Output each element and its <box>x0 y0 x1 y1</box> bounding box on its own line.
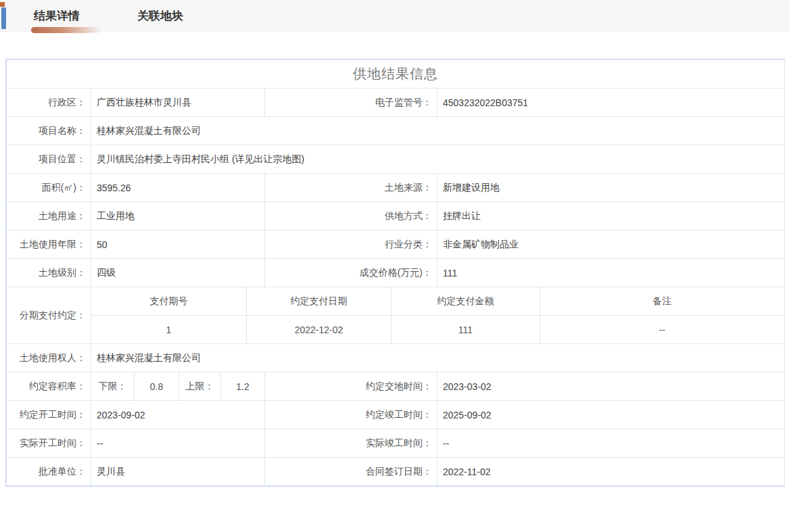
project-name-label: 项目名称： <box>7 117 91 145</box>
table-row: 土地使用年限： 50 行业分类： 非金属矿物制品业 <box>7 231 785 259</box>
supply-method-label: 供地方式： <box>265 202 437 231</box>
project-location-value: 灵川镇民治村委上寺田村民小组 (详见出让宗地图) <box>91 145 785 174</box>
table-row: 土地级别： 四级 成交价格(万元)： 111 <box>7 259 785 287</box>
table-row: 土地使用权人： 桂林家兴混凝土有限公司 <box>7 344 785 372</box>
tab-result-details-label: 结果详情 <box>34 8 80 24</box>
actual-start-value: -- <box>91 429 265 458</box>
table-row: 项目位置： 灵川镇民治村委上寺田村民小组 (详见出让宗地图) <box>7 145 785 174</box>
table-row: 行政区： 广西壮族桂林市灵川县 电子监管号： 4503232022B03751 <box>7 89 785 117</box>
tab-result-details[interactable]: 结果详情 <box>34 0 80 32</box>
area-value: 3595.26 <box>91 174 265 202</box>
installment-header-period: 支付期号 <box>91 287 247 316</box>
deal-price-label: 成交价格(万元)： <box>265 259 437 287</box>
industry-label: 行业分类： <box>265 231 437 259</box>
plot-ratio-lower-value: 0.8 <box>135 372 179 401</box>
land-source-value: 新增建设用地 <box>437 174 785 202</box>
plot-ratio-label: 约定容积率： <box>7 372 91 401</box>
land-use-value: 工业用地 <box>91 202 265 231</box>
contract-date-label: 合同签订日期： <box>265 458 437 486</box>
active-tab-underline <box>31 27 102 33</box>
use-years-label: 土地使用年限： <box>7 231 91 259</box>
tab-related-parcels[interactable]: 关联地块 <box>137 0 183 32</box>
installment-header-date: 约定支付日期 <box>247 287 391 316</box>
page-title: 供地结果信息 <box>7 60 785 89</box>
plot-ratio-upper-value: 1.2 <box>221 372 265 401</box>
installment-remark-value: -- <box>540 316 785 344</box>
corner-orange-square-icon <box>0 2 5 7</box>
actual-complete-value: -- <box>437 429 785 458</box>
land-use-label: 土地用途： <box>7 202 91 231</box>
agreed-complete-value: 2025-09-02 <box>437 401 785 429</box>
tab-bar: 结果详情 关联地块 <box>0 0 789 32</box>
plot-ratio-lower-label: 下限： <box>91 372 135 401</box>
project-name-value: 桂林家兴混凝土有限公司 <box>91 117 785 145</box>
delivery-time-value: 2023-03-02 <box>437 372 785 401</box>
agreed-start-label: 约定开工时间： <box>7 401 91 429</box>
supervision-no-label: 电子监管号： <box>265 89 437 117</box>
contract-date-value: 2022-11-02 <box>437 458 785 486</box>
land-grade-value: 四级 <box>91 259 265 287</box>
land-user-value: 桂林家兴混凝土有限公司 <box>91 344 785 372</box>
installment-date-value: 2022-12-02 <box>247 316 391 344</box>
corner-blue-bar-icon <box>1 7 6 29</box>
land-source-label: 土地来源： <box>265 174 437 202</box>
table-row: 土地用途： 工业用地 供地方式： 挂牌出让 <box>7 202 785 231</box>
land-grade-label: 土地级别： <box>7 259 91 287</box>
table-row: 供地结果信息 <box>7 60 785 89</box>
use-years-value: 50 <box>91 231 265 259</box>
installment-amount-value: 111 <box>391 316 540 344</box>
land-supply-info-table: 供地结果信息 行政区： 广西壮族桂林市灵川县 电子监管号： 4503232022… <box>6 59 785 486</box>
admin-region-value: 广西壮族桂林市灵川县 <box>91 89 265 117</box>
plot-ratio-upper-label: 上限： <box>179 372 221 401</box>
area-label: 面积(㎡)： <box>7 174 91 202</box>
table-row: 约定开工时间： 2023-09-02 约定竣工时间： 2025-09-02 <box>7 401 785 429</box>
table-row: 面积(㎡)： 3595.26 土地来源： 新增建设用地 <box>7 174 785 202</box>
approval-unit-value: 灵川县 <box>91 458 265 486</box>
table-row: 项目名称： 桂林家兴混凝土有限公司 <box>7 117 785 145</box>
supply-method-value: 挂牌出让 <box>437 202 785 231</box>
table-row: 约定容积率： 下限： 0.8 上限： 1.2 约定交地时间： 2023-03-0… <box>7 372 785 401</box>
result-info-panel: 供地结果信息 行政区： 广西壮族桂林市灵川县 电子监管号： 4503232022… <box>5 59 785 487</box>
installment-header-remark: 备注 <box>540 287 785 316</box>
deal-price-value: 111 <box>437 259 785 287</box>
admin-region-label: 行政区： <box>7 89 91 117</box>
supervision-no-value: 4503232022B03751 <box>437 89 785 117</box>
installment-period-value: 1 <box>91 316 247 344</box>
table-row: 批准单位： 灵川县 合同签订日期： 2022-11-02 <box>7 458 785 486</box>
delivery-time-label: 约定交地时间： <box>265 372 437 401</box>
installment-header-amount: 约定支付金额 <box>391 287 540 316</box>
table-row: 分期支付约定： 支付期号 约定支付日期 约定支付金额 备注 <box>7 287 785 316</box>
agreed-complete-label: 约定竣工时间： <box>265 401 437 429</box>
agreed-start-value: 2023-09-02 <box>91 401 265 429</box>
approval-unit-label: 批准单位： <box>7 458 91 486</box>
table-row: 实际开工时间： -- 实际竣工时间： -- <box>7 429 785 458</box>
installment-label: 分期支付约定： <box>7 287 91 344</box>
actual-complete-label: 实际竣工时间： <box>265 429 437 458</box>
table-row: 1 2022-12-02 111 -- <box>7 316 785 344</box>
project-location-label: 项目位置： <box>7 145 91 174</box>
land-user-label: 土地使用权人： <box>7 344 91 372</box>
tab-related-parcels-label: 关联地块 <box>137 8 183 24</box>
industry-value: 非金属矿物制品业 <box>437 231 785 259</box>
actual-start-label: 实际开工时间： <box>7 429 91 458</box>
